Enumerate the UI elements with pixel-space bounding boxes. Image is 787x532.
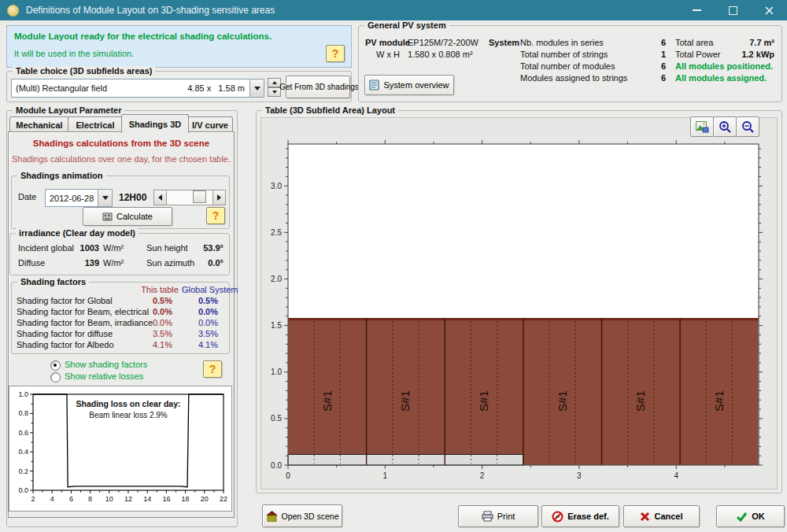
show-relative-losses-radio[interactable] — [50, 372, 61, 382]
general-pv-legend: General PV system — [364, 20, 449, 30]
svg-text:1.5: 1.5 — [271, 321, 282, 330]
house-icon — [266, 511, 278, 522]
sf-this: 0.0% — [146, 307, 172, 316]
svg-text:Beam linear loss 2.9%: Beam linear loss 2.9% — [89, 411, 168, 419]
print-button[interactable]: Print — [458, 505, 538, 527]
up-arrow-icon — [272, 81, 277, 84]
sf-global: 0.0% — [191, 318, 218, 327]
col-global-system: Global System — [182, 285, 227, 294]
sf-this: 0.5% — [146, 296, 172, 305]
minimize-icon — [693, 9, 701, 11]
irradiance-row-value: 139 — [73, 258, 99, 268]
app-icon — [7, 5, 19, 17]
slider-thumb[interactable] — [193, 190, 206, 203]
banner-help-button[interactable]: ? — [326, 45, 345, 62]
total-power-label: Total Power — [675, 50, 720, 59]
shading-factors-group: Shading factors This table Global System… — [11, 282, 230, 354]
sun-azimuth-label: Sun azimuth — [146, 258, 194, 268]
col-this-table: This table — [136, 285, 183, 294]
shading-loss-chart-svg: 2468101214161820220.00.20.40.60.81.0Shad… — [9, 386, 230, 509]
shading-loss-chart: 2468101214161820220.00.20.40.60.81.0Shad… — [9, 386, 232, 512]
down-arrow-icon — [272, 91, 277, 94]
system-row-label: Total number of strings — [520, 50, 608, 59]
date-dropdown[interactable]: 2012-06-28 — [45, 189, 113, 207]
irradiance-legend: irradiance (Clear day model) — [16, 228, 139, 238]
chevron-down-icon — [254, 87, 260, 91]
svg-text:0.4: 0.4 — [18, 448, 28, 456]
general-pv-group: General PV system PV module EP125M/72-20… — [358, 25, 782, 102]
shading-factors-help-button[interactable]: ? — [203, 360, 222, 378]
erase-def-button[interactable]: Erase def. — [541, 505, 619, 527]
date-dropdown-arrow[interactable] — [98, 190, 112, 206]
sun-height-value: 53.9° — [195, 243, 224, 253]
ok-check-icon — [736, 512, 748, 522]
shadings-animation-legend: Shadings animation — [17, 171, 106, 180]
irradiance-row-value: 1003 — [73, 243, 99, 253]
svg-text:3.0: 3.0 — [271, 182, 282, 190]
svg-text:18: 18 — [182, 495, 190, 503]
table-choice-dropdown[interactable]: (Multi) Rectangular field 4.85 x 1.58 m — [11, 79, 264, 98]
irradiance-row-label: Diffuse — [18, 258, 45, 268]
show-shading-factors-radio[interactable] — [50, 360, 61, 371]
system-row-value: 6 — [650, 61, 666, 71]
open-3d-scene-button[interactable]: Open 3D scene — [262, 504, 342, 527]
shadings-headline: Shadings calculations from the 3D scene — [6, 139, 236, 148]
module-layout-chart-svg: S#1S#1S#1S#1S#1S#1012340.00.51.01.52.02.… — [263, 120, 774, 482]
left-arrow-icon — [158, 194, 162, 201]
wxh-value: 1.580 x 0.808 m² — [408, 50, 473, 59]
svg-text:3: 3 — [577, 471, 582, 480]
tab-shadings-3d[interactable]: Shadings 3D — [121, 114, 189, 133]
calculate-label: Calculate — [116, 212, 153, 221]
total-area-label: Total area — [675, 38, 713, 47]
sun-height-label: Sun height — [146, 243, 188, 253]
system-row-value: 6 — [650, 38, 666, 47]
animation-help-button[interactable]: ? — [206, 207, 225, 224]
svg-text:6: 6 — [69, 495, 73, 503]
sf-this: 3.5% — [146, 329, 172, 338]
system-row-label: Modules assigned to strings — [520, 73, 627, 83]
slider-right-button[interactable] — [212, 190, 225, 205]
tab-electrical[interactable]: Electrical — [68, 116, 123, 132]
sf-row-label: Shading factor for Global — [17, 296, 113, 305]
sf-this: 0.0% — [146, 318, 172, 327]
svg-text:10: 10 — [105, 495, 113, 503]
modules-positioned-status: All modules positioned. — [675, 61, 773, 71]
module-layout-dialog: { "window": {"title": "Definitions of Mo… — [0, 0, 787, 532]
svg-text:16: 16 — [162, 495, 170, 503]
get-from-3d-shadings-button[interactable]: Get From 3D shadings — [286, 76, 350, 98]
banner-line2: It will be used in the simulation. — [14, 49, 134, 58]
maximize-button[interactable] — [715, 0, 751, 20]
status-banner: Module Layout ready for the electrical s… — [6, 25, 352, 68]
ok-button[interactable]: OK — [716, 505, 785, 527]
total-power-value: 1.2 kWp — [721, 50, 774, 59]
sf-row-label: Shading factor for Albedo — [17, 340, 114, 349]
shadings-subline: Shadings calculations over one day, for … — [6, 154, 236, 164]
close-button[interactable] — [751, 0, 787, 20]
system-row-label: Nb. modules in series — [520, 38, 604, 47]
table-choice-dropdown-arrow[interactable] — [249, 79, 264, 97]
svg-text:2: 2 — [31, 495, 35, 503]
table-choice-group: Table choice (3D subfields areas) (Multi… — [6, 71, 352, 102]
tab-mechanical[interactable]: Mechanical — [9, 116, 69, 132]
calculate-button[interactable]: Calculate — [83, 207, 172, 226]
system-overview-button[interactable]: System overview — [364, 75, 454, 95]
slider-track[interactable] — [167, 190, 212, 205]
sun-azimuth-value: 0.0° — [195, 258, 224, 268]
modules-assigned-status: All modules assigned. — [675, 73, 767, 83]
svg-text:S#1: S#1 — [398, 390, 412, 412]
tab-iv-curve[interactable]: I/V curve — [187, 116, 233, 132]
close-icon — [765, 6, 774, 15]
irradiance-row-unit: W/m² — [103, 243, 124, 253]
minimize-button[interactable] — [678, 0, 715, 20]
module-layout-legend: Module Layout Parameter — [13, 105, 124, 115]
svg-text:0.0: 0.0 — [271, 461, 282, 470]
table-choice-value: (Multi) Rectangular field — [12, 83, 187, 93]
show-shading-factors-label: Show shading factors — [65, 360, 147, 369]
cancel-button[interactable]: Cancel — [623, 505, 700, 527]
erase-icon — [552, 511, 563, 523]
table-choice-size: 4.85 x 1.58 m — [187, 83, 249, 93]
svg-text:0.6: 0.6 — [18, 429, 28, 437]
date-label: Date — [18, 192, 36, 201]
slider-left-button[interactable] — [154, 190, 167, 205]
open-3d-scene-label: Open 3D scene — [282, 512, 339, 521]
